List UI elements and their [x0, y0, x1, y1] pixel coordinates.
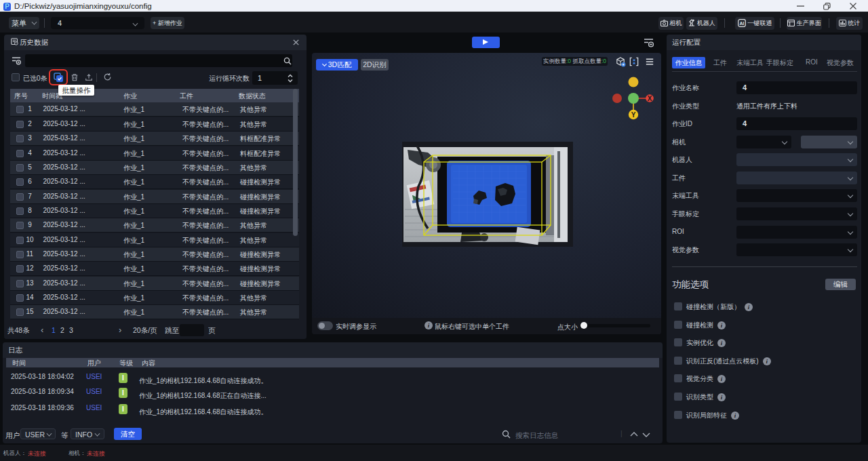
svg-text:AI: AI	[739, 21, 744, 26]
svg-text:X: X	[648, 95, 652, 102]
svg-text:Y: Y	[631, 111, 636, 119]
